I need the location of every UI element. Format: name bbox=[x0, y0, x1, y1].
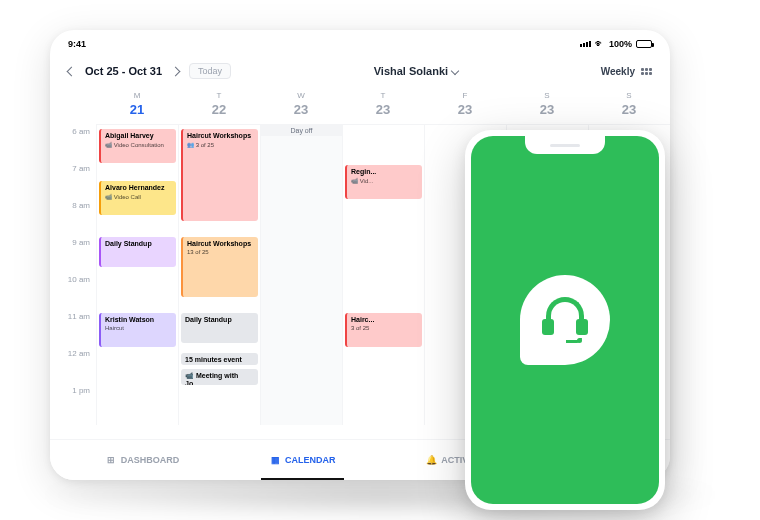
time-column: 6 am 7 am 8 am 9 am 10 am 11 am 12 am 1 … bbox=[50, 125, 96, 425]
date-range[interactable]: Oct 25 - Oct 31 bbox=[85, 65, 162, 77]
event-15min[interactable]: 15 minutes event bbox=[181, 353, 258, 365]
dashboard-icon: ⊞ bbox=[105, 454, 117, 466]
phone-device bbox=[465, 130, 665, 510]
days-header: M21 T22 W23 T23 F23 S23 S23 bbox=[96, 85, 670, 125]
chevron-down-icon bbox=[451, 67, 459, 75]
bell-icon: 🔔 bbox=[425, 454, 437, 466]
app-logo bbox=[520, 275, 610, 365]
grid-col-wed[interactable]: Day off bbox=[260, 125, 342, 425]
view-mode-selector[interactable]: Weekly bbox=[601, 66, 652, 77]
day-column-wed[interactable]: W23 bbox=[260, 85, 342, 124]
day-column-tue[interactable]: T22 bbox=[178, 85, 260, 124]
user-selector[interactable]: Vishal Solanki bbox=[374, 65, 458, 77]
phone-screen bbox=[471, 136, 659, 504]
chevron-right-icon[interactable] bbox=[171, 66, 181, 76]
event-regin[interactable]: Regin...📹 Vid... bbox=[345, 165, 422, 199]
chevron-left-icon[interactable] bbox=[67, 66, 77, 76]
day-column-sun[interactable]: S23 bbox=[588, 85, 670, 124]
status-bar: 9:41 ᯤ 100% bbox=[50, 30, 670, 57]
calendar-icon: ▦ bbox=[269, 454, 281, 466]
day-column-thu[interactable]: T23 bbox=[342, 85, 424, 124]
battery-icon bbox=[636, 40, 652, 48]
status-time: 9:41 bbox=[68, 39, 86, 49]
wifi-icon: ᯤ bbox=[595, 38, 605, 49]
grid-col-thu[interactable]: Regin...📹 Vid... Hairc...3 of 25 bbox=[342, 125, 424, 425]
headset-icon bbox=[540, 295, 590, 345]
event-kristin[interactable]: Kristin WatsonHaircut bbox=[99, 313, 176, 347]
day-column-fri[interactable]: F23 bbox=[424, 85, 506, 124]
day-off-label: Day off bbox=[261, 125, 342, 136]
view-mode-label: Weekly bbox=[601, 66, 635, 77]
event-haircut3[interactable]: Hairc...3 of 25 bbox=[345, 313, 422, 347]
today-button[interactable]: Today bbox=[189, 63, 231, 79]
battery-percent: 100% bbox=[609, 39, 632, 49]
event-haircut2[interactable]: Haircut Workshops13 of 25 bbox=[181, 237, 258, 297]
signal-icon bbox=[580, 41, 591, 47]
event-haircut1[interactable]: Haircut Workshops👥 3 of 25 bbox=[181, 129, 258, 221]
nav-dashboard[interactable]: ⊞ DASHBOARD bbox=[97, 450, 188, 470]
nav-calendar[interactable]: ▦ CALENDAR bbox=[261, 450, 344, 470]
event-daily1[interactable]: Daily Standup bbox=[99, 237, 176, 267]
grid-icon bbox=[641, 68, 652, 75]
grid-col-mon[interactable]: Abigail Harvey📹 Video Consultation Alvar… bbox=[96, 125, 178, 425]
day-column-mon[interactable]: M21 bbox=[96, 85, 178, 124]
day-column-sat[interactable]: S23 bbox=[506, 85, 588, 124]
calendar-header: Oct 25 - Oct 31 Today Vishal Solanki Wee… bbox=[50, 57, 670, 85]
event-daily2[interactable]: Daily Standup bbox=[181, 313, 258, 343]
event-abigail[interactable]: Abigail Harvey📹 Video Consultation bbox=[99, 129, 176, 163]
user-name: Vishal Solanki bbox=[374, 65, 448, 77]
event-meeting[interactable]: 📹 Meeting with Jo... bbox=[181, 369, 258, 385]
grid-col-tue[interactable]: Haircut Workshops👥 3 of 25 Haircut Works… bbox=[178, 125, 260, 425]
event-alvaro[interactable]: Alvaro Hernandez📹 Video Call bbox=[99, 181, 176, 215]
phone-notch bbox=[525, 136, 605, 154]
